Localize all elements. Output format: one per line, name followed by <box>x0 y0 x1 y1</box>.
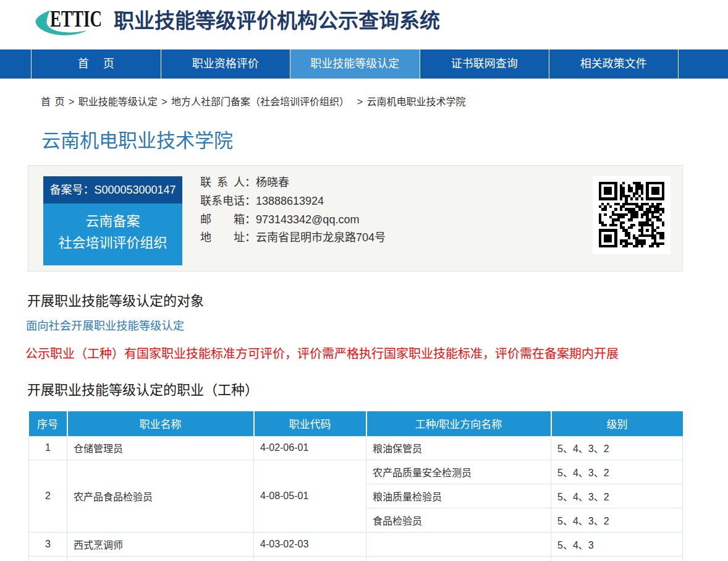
svg-text:ETTIC: ETTIC <box>50 6 102 32</box>
